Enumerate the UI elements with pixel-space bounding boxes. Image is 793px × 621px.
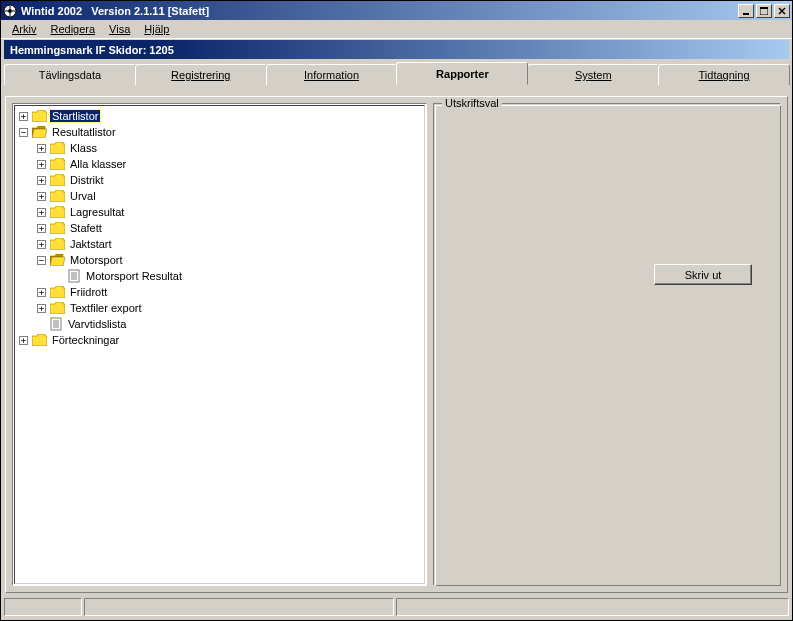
expand-icon[interactable]: + bbox=[37, 240, 46, 249]
tree-panel: + Startlistor − Resultatlistor bbox=[12, 103, 427, 586]
tree-node-textfiler-export[interactable]: +Textfiler export bbox=[37, 300, 422, 316]
collapse-icon[interactable]: − bbox=[37, 256, 46, 265]
maximize-button[interactable] bbox=[756, 4, 772, 18]
expand-icon[interactable]: + bbox=[37, 304, 46, 313]
tree-label: Friidrott bbox=[68, 286, 109, 298]
expand-icon[interactable]: + bbox=[37, 144, 46, 153]
tab-tavlingsdata[interactable]: Tävlingsdata bbox=[4, 64, 136, 85]
folder-icon bbox=[50, 174, 65, 186]
svg-rect-16 bbox=[51, 318, 61, 330]
folder-icon bbox=[50, 206, 65, 218]
tree-node-distrikt[interactable]: +Distrikt bbox=[37, 172, 422, 188]
folder-icon bbox=[32, 110, 47, 122]
folder-icon bbox=[50, 158, 65, 170]
status-pane-3 bbox=[396, 598, 789, 616]
folder-icon bbox=[50, 302, 65, 314]
tree-node-klass[interactable]: +Klass bbox=[37, 140, 422, 156]
menu-label: Redigera bbox=[50, 23, 95, 35]
utskriftsval-groupbox: Utskriftsval Skriv ut bbox=[433, 103, 781, 586]
button-label: Skriv ut bbox=[685, 269, 722, 281]
folder-open-icon bbox=[50, 254, 65, 266]
expand-icon[interactable]: + bbox=[37, 192, 46, 201]
expand-icon[interactable]: + bbox=[37, 288, 46, 297]
expand-icon[interactable]: + bbox=[37, 160, 46, 169]
menu-hjalp[interactable]: Hjälp bbox=[137, 21, 176, 37]
tree-node-friidrott[interactable]: +Friidrott bbox=[37, 284, 422, 300]
tree-label: Alla klasser bbox=[68, 158, 128, 170]
context-bar: Hemmingsmark IF Skidor: 1205 bbox=[4, 40, 789, 59]
folder-icon bbox=[50, 190, 65, 202]
svg-rect-11 bbox=[69, 270, 79, 282]
folder-icon bbox=[50, 286, 65, 298]
expand-icon[interactable]: + bbox=[19, 112, 28, 121]
svg-point-1 bbox=[8, 9, 12, 13]
tab-content: + Startlistor − Resultatlistor bbox=[5, 96, 788, 593]
menu-label: Arkiv bbox=[12, 23, 36, 35]
skriv-ut-button[interactable]: Skriv ut bbox=[654, 264, 752, 285]
svg-rect-6 bbox=[743, 13, 749, 15]
titlebar[interactable]: Wintid 2002 Version 2.1.11 [Stafett] bbox=[1, 1, 792, 20]
menu-label: Hjälp bbox=[144, 23, 169, 35]
expand-icon[interactable]: + bbox=[19, 336, 28, 345]
status-pane-2 bbox=[84, 598, 394, 616]
tree-label: Lagresultat bbox=[68, 206, 126, 218]
tab-label: Tidtagning bbox=[699, 69, 750, 81]
report-tree[interactable]: + Startlistor − Resultatlistor bbox=[17, 108, 422, 348]
close-button[interactable] bbox=[774, 4, 790, 18]
tree-node-lagresultat[interactable]: +Lagresultat bbox=[37, 204, 422, 220]
tree-node-alla-klasser[interactable]: +Alla klasser bbox=[37, 156, 422, 172]
folder-icon bbox=[50, 222, 65, 234]
folder-icon bbox=[50, 238, 65, 250]
minimize-button[interactable] bbox=[738, 4, 754, 18]
svg-rect-8 bbox=[760, 7, 768, 9]
context-title: Hemmingsmark IF Skidor: 1205 bbox=[10, 44, 174, 56]
tab-strip: Tävlingsdata Registrering Information Ra… bbox=[4, 62, 789, 85]
tree-node-varvtidslista[interactable]: Varvtidslista bbox=[37, 316, 422, 332]
expand-icon[interactable]: + bbox=[37, 208, 46, 217]
menu-visa[interactable]: Visa bbox=[102, 21, 137, 37]
tree-node-resultatlistor[interactable]: − Resultatlistor bbox=[19, 124, 422, 140]
groupbox-title: Utskriftsval bbox=[442, 97, 502, 109]
folder-icon bbox=[32, 334, 47, 346]
tab-system[interactable]: System bbox=[527, 64, 659, 85]
tree-node-startlistor[interactable]: + Startlistor bbox=[19, 108, 422, 124]
window-title: Wintid 2002 Version 2.1.11 [Stafett] bbox=[21, 5, 736, 17]
tab-label: Registrering bbox=[171, 69, 230, 81]
tree-label: Distrikt bbox=[68, 174, 106, 186]
expand-icon[interactable]: + bbox=[37, 176, 46, 185]
menu-label: Visa bbox=[109, 23, 130, 35]
tab-registrering[interactable]: Registrering bbox=[135, 64, 267, 85]
tab-label: Information bbox=[304, 69, 359, 81]
folder-open-icon bbox=[32, 126, 47, 138]
tree-label: Resultatlistor bbox=[50, 126, 118, 138]
document-icon bbox=[68, 269, 81, 283]
tree-label: Varvtidslista bbox=[66, 318, 128, 330]
tree-label: Jaktstart bbox=[68, 238, 114, 250]
tab-label: Tävlingsdata bbox=[39, 69, 101, 81]
tab-rapporter[interactable]: Rapporter bbox=[396, 62, 528, 85]
tree-label: Motorsport Resultat bbox=[84, 270, 184, 282]
tree-label: Stafett bbox=[68, 222, 104, 234]
menu-arkiv[interactable]: Arkiv bbox=[5, 21, 43, 37]
tree-node-urval[interactable]: +Urval bbox=[37, 188, 422, 204]
tab-information[interactable]: Information bbox=[266, 64, 398, 85]
tree-label: Förteckningar bbox=[50, 334, 121, 346]
tab-tidtagning[interactable]: Tidtagning bbox=[658, 64, 790, 85]
folder-icon bbox=[50, 142, 65, 154]
collapse-icon[interactable]: − bbox=[19, 128, 28, 137]
tree-node-forteckningar[interactable]: + Förteckningar bbox=[19, 332, 422, 348]
tree-node-stafett[interactable]: +Stafett bbox=[37, 220, 422, 236]
expand-icon[interactable]: + bbox=[37, 224, 46, 233]
tree-node-jaktstart[interactable]: +Jaktstart bbox=[37, 236, 422, 252]
status-pane-1 bbox=[4, 598, 82, 616]
tree-label: Urval bbox=[68, 190, 98, 202]
menu-redigera[interactable]: Redigera bbox=[43, 21, 102, 37]
options-panel: Utskriftsval Skriv ut bbox=[433, 103, 781, 586]
tab-label: Rapporter bbox=[436, 68, 489, 80]
menubar: Arkiv Redigera Visa Hjälp bbox=[1, 20, 792, 39]
document-icon bbox=[50, 317, 63, 331]
tree-node-motorsport[interactable]: −Motorsport bbox=[37, 252, 422, 268]
tree-label: Motorsport bbox=[68, 254, 125, 266]
tree-node-motorsport-resultat[interactable]: Motorsport Resultat bbox=[55, 268, 422, 284]
statusbar bbox=[4, 598, 789, 618]
